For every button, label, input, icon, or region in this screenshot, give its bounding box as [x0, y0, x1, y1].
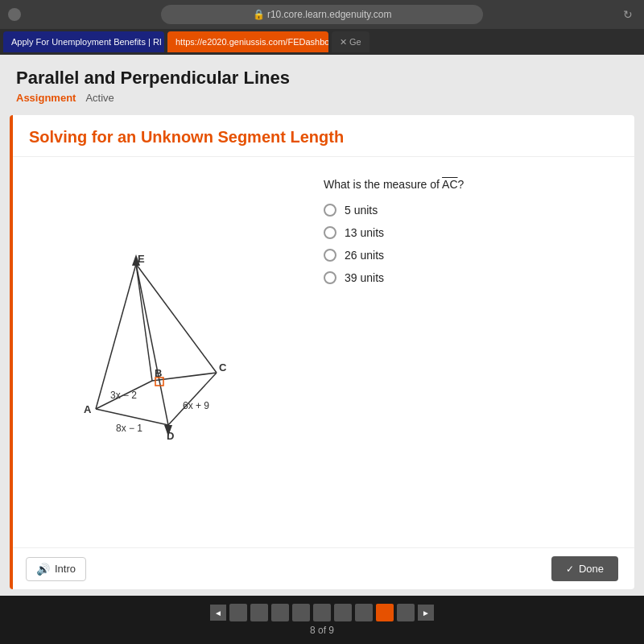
- label-C: C: [219, 361, 227, 374]
- tab-geniussis[interactable]: https://e2020.geniussis.com/FEDashboard.…: [167, 31, 328, 52]
- expr-8x-1: 8x − 1: [116, 423, 142, 434]
- nav-dot-4[interactable]: [292, 604, 310, 621]
- nav-dot-2[interactable]: [250, 604, 268, 621]
- answer-text-3: 26 units: [345, 249, 384, 262]
- svg-line-1: [136, 264, 217, 373]
- svg-line-5: [168, 373, 217, 425]
- done-label: Done: [579, 563, 604, 575]
- label-A: A: [84, 403, 92, 415]
- page-counter: 8 of 9: [310, 625, 334, 636]
- answer-option-2[interactable]: 13 units: [324, 226, 602, 239]
- label-E: E: [138, 253, 145, 265]
- tab-x-label: ✕ Ge: [340, 37, 361, 47]
- card-header: Solving for an Unknown Segment Length: [10, 115, 634, 157]
- content-card: Solving for an Unknown Segment Length: [10, 115, 634, 589]
- svg-line-0: [96, 264, 136, 409]
- tab-x[interactable]: ✕ Ge: [332, 31, 369, 52]
- card-footer: 🔊 Intro ✓ Done: [10, 547, 634, 589]
- nav-dots: ◄ ►: [210, 604, 434, 621]
- nav-next-button[interactable]: ►: [418, 605, 434, 621]
- page-header: Parallel and Perpendicular Lines Assignm…: [0, 55, 644, 109]
- tab-ri-label: Apply For Unemployment Benefits | RI Dep…: [11, 37, 164, 47]
- nav-dot-3[interactable]: [271, 604, 289, 621]
- check-icon: ✓: [566, 564, 574, 575]
- radio-2[interactable]: [324, 226, 336, 239]
- intro-label: Intro: [55, 563, 76, 575]
- intro-button[interactable]: 🔊 Intro: [26, 557, 86, 581]
- address-bar[interactable]: 🔒 r10.core.learn.edgenuity.com: [161, 5, 483, 24]
- active-label: Active: [85, 92, 114, 104]
- svg-line-3: [136, 264, 168, 425]
- expr-6x-9: 6x + 9: [183, 400, 209, 411]
- question-text: What is the measure of AC?: [324, 178, 602, 191]
- nav-dot-1[interactable]: [229, 604, 247, 621]
- geometry-figure: E C B A D 3x − 2 6x + 9 8x − 1: [64, 240, 273, 465]
- tab-geniussis-label: https://e2020.geniussis.com/FEDashboard.…: [175, 37, 328, 47]
- answer-text-1: 5 units: [345, 204, 378, 217]
- answer-option-3[interactable]: 26 units: [324, 249, 602, 262]
- page-meta: Assignment Active: [16, 92, 628, 104]
- radio-1[interactable]: [324, 204, 336, 217]
- address-text: r10.core.learn.edgenuity.com: [267, 9, 392, 20]
- tab-ri[interactable]: Apply For Unemployment Benefits | RI Dep…: [3, 31, 164, 52]
- browser-toolbar: 🔒 r10.core.learn.edgenuity.com ↻: [0, 0, 644, 29]
- nav-dot-8[interactable]: [376, 604, 394, 621]
- expr-3x-2: 3x − 2: [110, 390, 137, 401]
- nav-dot-9[interactable]: [397, 604, 415, 621]
- card-body: E C B A D 3x − 2 6x + 9 8x − 1 What is t…: [10, 157, 634, 547]
- bottom-nav: ◄ ► 8 of 9: [0, 596, 644, 644]
- speaker-icon: 🔊: [36, 563, 50, 576]
- label-D: D: [167, 430, 174, 442]
- card-title: Solving for an Unknown Segment Length: [29, 128, 618, 147]
- browser-icon: [8, 8, 21, 21]
- nav-dot-6[interactable]: [334, 604, 352, 621]
- label-B: B: [155, 367, 162, 379]
- tabs-bar: Apply For Unemployment Benefits | RI Dep…: [0, 29, 644, 55]
- nav-dot-7[interactable]: [355, 604, 373, 621]
- answer-option-1[interactable]: 5 units: [324, 204, 602, 217]
- answer-text-4: 39 units: [345, 271, 384, 284]
- lock-icon: 🔒: [253, 9, 265, 20]
- answer-text-2: 13 units: [345, 226, 384, 239]
- figure-area: E C B A D 3x − 2 6x + 9 8x − 1: [29, 170, 308, 535]
- browser-chrome: 🔒 r10.core.learn.edgenuity.com ↻ Apply F…: [0, 0, 644, 55]
- reload-icon[interactable]: ↻: [623, 8, 636, 21]
- page-title: Parallel and Perpendicular Lines: [16, 68, 628, 89]
- done-button[interactable]: ✓ Done: [551, 556, 618, 581]
- answer-option-4[interactable]: 39 units: [324, 271, 602, 284]
- nav-dot-5[interactable]: [313, 604, 331, 621]
- segment-ac: AC: [442, 178, 457, 191]
- radio-4[interactable]: [324, 271, 336, 284]
- nav-prev-button[interactable]: ◄: [210, 605, 226, 621]
- radio-3[interactable]: [324, 249, 336, 262]
- quiz-area: What is the measure of AC? 5 units 13 un…: [308, 170, 618, 535]
- left-accent: [10, 115, 13, 589]
- main-content: Parallel and Perpendicular Lines Assignm…: [0, 55, 644, 596]
- assignment-label: Assignment: [16, 92, 76, 104]
